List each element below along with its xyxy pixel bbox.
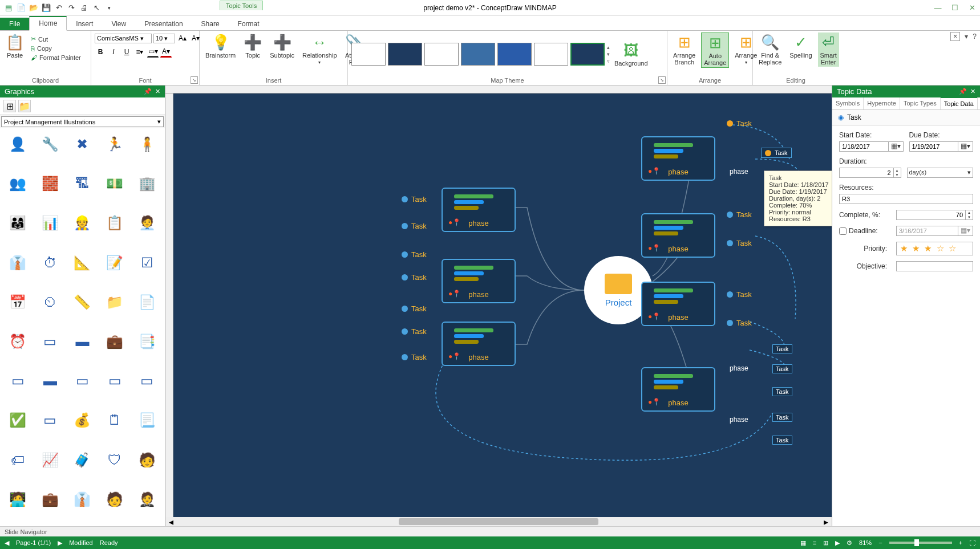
graphics-item[interactable]: 💼 bbox=[35, 486, 66, 513]
graphics-item[interactable]: 👔 bbox=[2, 249, 34, 276]
open-icon[interactable]: 📂 bbox=[29, 3, 39, 13]
phase-node[interactable]: ●📍 phase bbox=[641, 367, 715, 412]
maximize-icon[interactable]: ☐ bbox=[949, 3, 961, 13]
tab-view[interactable]: View bbox=[102, 18, 135, 30]
graphics-item[interactable]: 📅 bbox=[2, 288, 34, 316]
task-node[interactable]: Task bbox=[727, 239, 752, 247]
zoom-in-icon[interactable]: + bbox=[959, 539, 962, 546]
graphics-item[interactable]: 🤵 bbox=[131, 486, 163, 513]
map-theme-4[interactable] bbox=[461, 43, 495, 66]
phase-node[interactable]: ●📍 phase bbox=[641, 213, 715, 258]
tab-topic-data[interactable]: Topic Data bbox=[941, 97, 978, 109]
map-theme-5[interactable] bbox=[497, 43, 532, 66]
graphics-item[interactable]: 🧍 bbox=[131, 131, 163, 158]
horizontal-scrollbar[interactable]: ◂▸ bbox=[165, 517, 832, 526]
phase-node[interactable]: ●📍 phase bbox=[442, 259, 516, 303]
graphics-item[interactable]: 📄 bbox=[131, 288, 163, 316]
close-panel-icon[interactable]: ✕ bbox=[155, 88, 160, 95]
view-layout-icon[interactable]: ▦ bbox=[800, 539, 806, 547]
graphics-item[interactable]: ☑ bbox=[131, 249, 163, 276]
task-node[interactable]: Task bbox=[772, 387, 792, 396]
task-node[interactable]: Task bbox=[772, 413, 792, 422]
minimize-icon[interactable]: — bbox=[932, 3, 943, 13]
graphics-item[interactable]: ⏱ bbox=[35, 249, 66, 276]
mini-phase[interactable]: phase bbox=[730, 416, 748, 424]
task-node[interactable]: Task bbox=[772, 344, 792, 353]
graphics-category-dropdown[interactable]: Project Management Illustrations▾ bbox=[1, 116, 164, 127]
spelling-button[interactable]: ✓Spelling bbox=[787, 32, 814, 60]
graphics-item[interactable]: ▭ bbox=[67, 367, 98, 395]
graphics-item[interactable]: 💵 bbox=[99, 170, 131, 197]
collapse-ribbon-icon[interactable]: ▾ bbox=[965, 32, 968, 40]
graphics-item[interactable]: 🏢 bbox=[131, 170, 163, 197]
task-node[interactable]: Task bbox=[772, 436, 792, 445]
phase-node[interactable]: ●📍 phase bbox=[442, 188, 516, 232]
graphics-item[interactable]: 🧑‍💻 bbox=[2, 486, 34, 513]
map-theme-7[interactable] bbox=[570, 43, 605, 66]
task-node[interactable]: Task bbox=[727, 210, 752, 219]
resources-input[interactable] bbox=[839, 194, 973, 204]
graphics-item[interactable]: 💼 bbox=[99, 328, 131, 355]
graphics-item[interactable]: 🗒 bbox=[99, 406, 131, 434]
start-date-input[interactable] bbox=[839, 141, 889, 152]
graphics-item[interactable]: ▭ bbox=[35, 406, 66, 434]
find-replace-button[interactable]: 🔍Find & Replace bbox=[756, 32, 784, 67]
graphics-item[interactable]: 👨‍👩‍👧 bbox=[2, 209, 34, 237]
graphics-view-folder[interactable]: 📁 bbox=[18, 100, 31, 112]
graphics-item[interactable]: 💰 bbox=[67, 406, 98, 434]
background-button[interactable]: 🖼Background bbox=[612, 40, 650, 68]
gear-icon[interactable]: ⚙ bbox=[847, 539, 852, 547]
duration-input[interactable] bbox=[839, 168, 894, 178]
calendar-icon[interactable]: ▦▾ bbox=[958, 141, 973, 152]
bold-icon[interactable]: B bbox=[95, 46, 106, 58]
redo-icon[interactable]: ↷ bbox=[66, 3, 76, 13]
page-next-icon[interactable]: ▶ bbox=[58, 539, 62, 547]
map-theme-6[interactable] bbox=[534, 43, 568, 66]
close-panel-icon[interactable]: ✕ bbox=[970, 88, 975, 95]
font-color-icon[interactable]: A▾ bbox=[160, 46, 172, 58]
underline-icon[interactable]: U bbox=[121, 46, 132, 58]
graphics-item[interactable]: 📏 bbox=[67, 288, 98, 316]
graphics-item[interactable]: ▬ bbox=[67, 328, 98, 355]
graphics-item[interactable]: 👥 bbox=[2, 170, 34, 197]
graphics-item[interactable]: 📃 bbox=[131, 406, 163, 434]
graphics-item[interactable]: 🧳 bbox=[67, 446, 98, 474]
graphics-item[interactable]: 🔧 bbox=[35, 131, 66, 158]
graphics-item[interactable]: ✖ bbox=[67, 131, 98, 158]
slide-navigator[interactable]: Slide Navigator bbox=[0, 526, 980, 536]
tab-insert[interactable]: Insert bbox=[67, 18, 102, 30]
task-node[interactable]: Task bbox=[402, 222, 427, 230]
calendar-icon[interactable]: ▦▾ bbox=[958, 226, 973, 236]
italic-icon[interactable]: I bbox=[108, 46, 119, 58]
graphics-item[interactable]: 📁 bbox=[99, 288, 131, 316]
tab-topic-types[interactable]: Topic Types bbox=[900, 97, 941, 109]
fit-page-icon[interactable]: ⛶ bbox=[969, 539, 975, 546]
subtopic-button[interactable]: ➕Subtopic bbox=[268, 32, 297, 60]
graphics-item[interactable]: ▬ bbox=[35, 367, 66, 395]
graphics-item[interactable]: 🏗 bbox=[67, 170, 98, 197]
due-date-input[interactable] bbox=[909, 141, 959, 152]
spinner-buttons[interactable]: ▲▼ bbox=[894, 168, 901, 178]
font-dialog-launcher[interactable]: ↘ bbox=[191, 76, 198, 84]
task-node-selected[interactable]: Task bbox=[761, 148, 792, 158]
qat-dropdown-icon[interactable]: ▾ bbox=[104, 3, 114, 13]
graphics-item[interactable]: 🏷 bbox=[2, 446, 34, 474]
graphics-item[interactable]: 🧱 bbox=[35, 170, 66, 197]
mindmap-canvas[interactable]: Project ●📍 phase ●📍 phase ●📍 phase bbox=[173, 93, 832, 517]
task-node[interactable]: Task bbox=[727, 319, 752, 327]
align-icon[interactable]: ≡▾ bbox=[134, 46, 145, 58]
spinner-buttons[interactable]: ▲▼ bbox=[966, 210, 973, 220]
tab-home[interactable]: Home bbox=[29, 16, 67, 31]
grow-font-icon[interactable]: A▴ bbox=[177, 32, 188, 44]
close-icon[interactable]: ✕ bbox=[966, 3, 978, 13]
print-icon[interactable]: 🖨 bbox=[79, 3, 89, 13]
undo-icon[interactable]: ↶ bbox=[54, 3, 64, 13]
close-panel-icon[interactable]: × bbox=[950, 32, 960, 41]
graphics-item[interactable]: 📐 bbox=[67, 249, 98, 276]
file-tab[interactable]: File bbox=[0, 18, 29, 30]
graphics-item[interactable]: 📑 bbox=[131, 328, 163, 355]
cut-button[interactable]: ✂Cut bbox=[30, 35, 82, 43]
graphics-item[interactable]: ▭ bbox=[2, 367, 34, 395]
graphics-item[interactable]: 👔 bbox=[67, 486, 98, 513]
task-node[interactable]: Task bbox=[402, 250, 427, 259]
